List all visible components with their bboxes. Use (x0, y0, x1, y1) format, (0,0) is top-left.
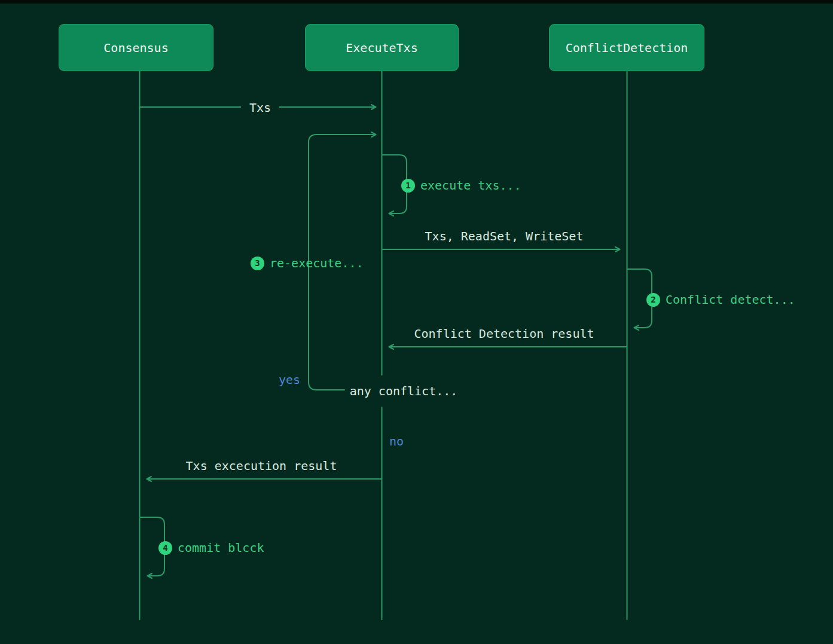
annotation-number-badge: 3 (251, 257, 264, 270)
branch-label-no: no (389, 434, 404, 448)
actor-conflictdetection: ConflictDetection (549, 24, 704, 71)
annotation-number-badge: 1 (401, 179, 415, 193)
annotation-commit-block: 4 commit blcck (158, 541, 264, 555)
annotation-label: Conflict detect... (666, 292, 795, 307)
message-label-conflict-detection-result: Conflict Detection result (414, 326, 594, 341)
branch-label-yes: yes (279, 373, 300, 387)
diagram-wires (0, 0, 833, 644)
annotation-number-badge: 4 (158, 541, 172, 555)
annotation-label: execute txs... (420, 178, 521, 193)
annotation-execute-txs: 1 execute txs... (401, 178, 521, 193)
actor-consensus: Consensus (59, 24, 213, 71)
annotation-label: re-execute... (270, 256, 364, 270)
actor-executetxs: ExecuteTxs (305, 24, 459, 71)
annotation-re-execute: 3 re-execute... (251, 256, 364, 270)
message-label-any-conflict: any conflict... (350, 384, 458, 398)
message-label-txs-readset-writeset: Txs, ReadSet, WriteSet (425, 229, 584, 243)
sequence-diagram: Consensus ExecuteTxs ConflictDetection T… (0, 0, 833, 644)
message-label-txs-execution-result: Txs excecution result (186, 459, 337, 473)
annotation-label: commit blcck (178, 541, 264, 555)
annotation-conflict-detect: 2 Conflict detect... (646, 292, 795, 307)
message-label-txs: Txs (241, 100, 279, 115)
annotation-number-badge: 2 (646, 293, 660, 307)
